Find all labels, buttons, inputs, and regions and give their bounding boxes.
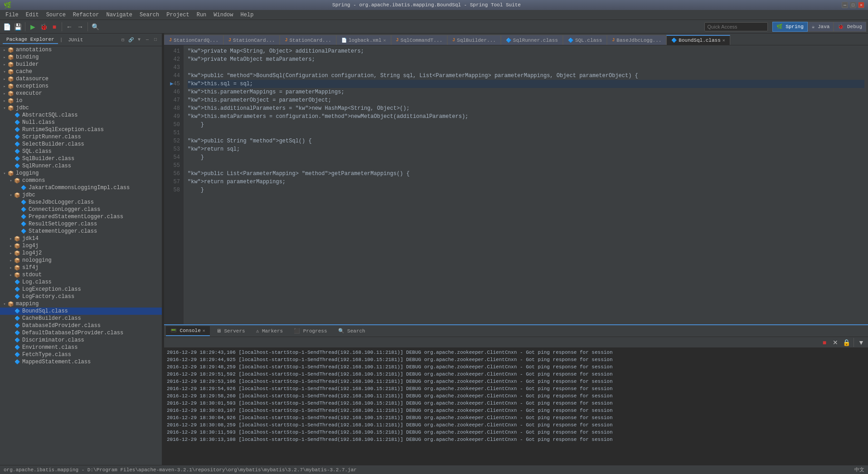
scroll-lock-button[interactable]: 🔒: [841, 337, 851, 347]
stop-button[interactable]: ■: [49, 22, 59, 32]
menu-item-source[interactable]: Source: [43, 10, 69, 20]
spring-perspective-tab[interactable]: 🌿 Spring: [772, 22, 808, 32]
editor-tab-5[interactable]: JSqlBuilder...: [447, 35, 501, 45]
editor-tab-1[interactable]: JStationCard...: [223, 35, 280, 45]
tree-item[interactable]: 🔷AbstractSQL.class: [0, 112, 162, 119]
tree-item[interactable]: 🔷BoundSql.class: [0, 308, 162, 315]
tree-item[interactable]: ▾📦jdbc: [0, 191, 162, 199]
tree-item[interactable]: ▸📦log4j: [0, 242, 162, 249]
menu-item-project[interactable]: Project: [163, 10, 193, 20]
tree-item[interactable]: ▸📦io: [0, 97, 162, 104]
run-button[interactable]: ▶: [28, 22, 38, 32]
editor-tab-0[interactable]: JStationCardQ...: [164, 35, 223, 45]
minimize-panel-icon[interactable]: —: [144, 36, 151, 44]
editor-tab-3[interactable]: 📄logback.xml✕: [336, 35, 391, 45]
tree-item[interactable]: 🔷JakartaCommonsLoggingImpl.class: [0, 184, 162, 191]
menu-item-navigate[interactable]: Navigate: [102, 10, 136, 20]
tree-item[interactable]: ▸📦nologging: [0, 257, 162, 264]
tab-close-icon[interactable]: ✕: [383, 38, 386, 43]
collapse-all-icon[interactable]: ⊟: [119, 36, 126, 44]
bottom-tab-close-icon[interactable]: ✕: [203, 328, 205, 333]
quick-access-input[interactable]: [704, 22, 768, 31]
stop-console-button[interactable]: ✕: [830, 337, 840, 347]
tree-item[interactable]: 🔷SelectBuilder.class: [0, 141, 162, 148]
tree-item[interactable]: 🔷SqlBuilder.class: [0, 155, 162, 162]
tab-close-icon[interactable]: ✕: [723, 38, 725, 43]
new-button[interactable]: 📄: [2, 22, 12, 32]
tree-item[interactable]: ▸📦stdout: [0, 271, 162, 279]
menu-item-edit[interactable]: Edit: [22, 10, 43, 20]
editor-tab-8[interactable]: JBaseJdbcLogg...: [607, 35, 666, 45]
tree-item[interactable]: ▾📦commons: [0, 177, 162, 184]
menu-item-run[interactable]: Run: [193, 10, 210, 20]
tree-item[interactable]: ▸📦builder: [0, 61, 162, 68]
bottom-tab-servers[interactable]: 🖥 Servers: [212, 326, 250, 336]
tree-item[interactable]: 🔷Null.class: [0, 119, 162, 126]
tree-item[interactable]: 🔷StatementLogger.class: [0, 228, 162, 235]
tree-item[interactable]: 🔷Discriminator.class: [0, 337, 162, 344]
clear-console-button[interactable]: ■: [820, 337, 829, 347]
tree-item[interactable]: ▾📦logging: [0, 170, 162, 177]
tree-item[interactable]: ▾📦cache: [0, 68, 162, 75]
tree-item[interactable]: 🔷SqlRunner.class: [0, 162, 162, 170]
menu-item-search[interactable]: Search: [136, 10, 163, 20]
bottom-tab-progress[interactable]: ⬛ Progress: [289, 326, 331, 336]
tree-item[interactable]: 🔷SQL.class: [0, 148, 162, 155]
tree-item[interactable]: ▸📦slf4j: [0, 264, 162, 271]
junit-tab[interactable]: JUnit: [64, 36, 87, 44]
java-perspective-tab[interactable]: ☕ Java: [808, 22, 834, 32]
tree-item[interactable]: 🔷ConnectionLogger.class: [0, 206, 162, 213]
menu-item-window[interactable]: Window: [210, 10, 237, 20]
bottom-tab-markers[interactable]: ⚠ Markers: [252, 326, 287, 336]
search-button[interactable]: 🔍: [90, 22, 100, 32]
menu-item-help[interactable]: Help: [237, 10, 257, 20]
tree-item[interactable]: 🔷Log.class: [0, 279, 162, 286]
tree-item[interactable]: 🔷DefaultDatabaseIdProvider.class: [0, 329, 162, 337]
package-explorer-tab[interactable]: Package Explorer: [3, 36, 58, 44]
tree-item[interactable]: 🔷RuntimeSqlException.class: [0, 126, 162, 133]
tree-item[interactable]: 🔷LogException.class: [0, 286, 162, 293]
editor-tab-9[interactable]: 🔷BoundSql.class✕: [666, 35, 730, 45]
tree-item[interactable]: 🔷ScriptRunner.class: [0, 133, 162, 141]
menu-item-refactor[interactable]: Refactor: [69, 10, 103, 20]
bottom-tab-console[interactable]: 📟 Console ✕: [166, 326, 210, 336]
minimize-button[interactable]: —: [842, 2, 848, 8]
tree-item[interactable]: ▸📦datasource: [0, 75, 162, 83]
tree-item[interactable]: ▸📦jdk14: [0, 235, 162, 242]
back-button[interactable]: ←: [64, 22, 74, 32]
tree-item[interactable]: 🔷BaseJdbcLogger.class: [0, 199, 162, 206]
tree-item[interactable]: 🔷LogFactory.class: [0, 293, 162, 300]
save-button[interactable]: 💾: [13, 22, 23, 32]
editor-tab-6[interactable]: 🔷SqlRunner.class: [501, 35, 563, 45]
tree-item[interactable]: 🔷ResultSetLogger.class: [0, 220, 162, 228]
editor-tab-4[interactable]: JSqlCommandT...: [391, 35, 447, 45]
debug-button[interactable]: 🐞: [39, 22, 48, 32]
debug-perspective-tab[interactable]: 🐞 Debug: [834, 22, 866, 32]
maximize-button[interactable]: □: [850, 2, 856, 8]
tree-item[interactable]: 🔷MappedStatement.class: [0, 358, 162, 366]
close-button[interactable]: ✕: [858, 2, 864, 8]
tree-item[interactable]: ▾📦mapping: [0, 300, 162, 308]
tree-item[interactable]: ▾📦jdbc: [0, 104, 162, 112]
tree-item[interactable]: ▸📦exceptions: [0, 83, 162, 90]
tree-item[interactable]: ▸📦binding: [0, 54, 162, 61]
console-menu-button[interactable]: ▼: [856, 337, 866, 347]
tree-item[interactable]: ▸📦log4j2: [0, 249, 162, 257]
editor-tab-2[interactable]: JStationCard...: [280, 35, 336, 45]
view-menu-icon[interactable]: ▼: [136, 36, 143, 44]
menu-item-file[interactable]: File: [2, 10, 22, 20]
maximize-panel-icon[interactable]: □: [152, 36, 159, 44]
tree-item[interactable]: 🔷PreparedStatementLogger.class: [0, 213, 162, 220]
tree-item[interactable]: 🔷FetchType.class: [0, 351, 162, 358]
link-editor-icon[interactable]: 🔗: [127, 36, 135, 44]
bottom-tab-search[interactable]: 🔍 Search: [334, 326, 370, 336]
tree-item[interactable]: 🔷Environment.class: [0, 344, 162, 351]
forward-button[interactable]: →: [75, 22, 85, 32]
code-editor-area[interactable]: 41424344▶4546474849505152535455565758 "k…: [164, 45, 868, 324]
editor-tab-7[interactable]: 🔷SQL.class: [563, 35, 607, 45]
tree-item[interactable]: ▸📦executor: [0, 90, 162, 97]
tree-item[interactable]: ▸📦annotations: [0, 46, 162, 54]
tree-item[interactable]: 🔷CacheBuilder.class: [0, 315, 162, 322]
tree-item[interactable]: 🔷DatabaseIdProvider.class: [0, 322, 162, 329]
window-controls[interactable]: — □ ✕: [842, 2, 864, 8]
